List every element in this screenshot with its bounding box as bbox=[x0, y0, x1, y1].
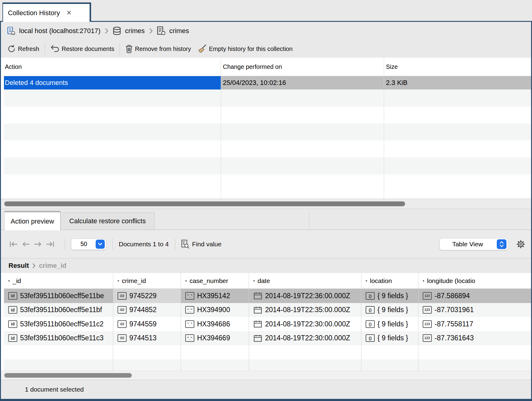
breadcrumb-database[interactable]: crimes bbox=[113, 26, 145, 35]
cell-crime-id[interactable]: i329744513 bbox=[113, 331, 181, 345]
tabbar-divider bbox=[309, 212, 309, 230]
cell-case-number[interactable]: "_"HX394686 bbox=[181, 317, 249, 331]
string-type-icon: "_" bbox=[185, 292, 194, 300]
field-bullet: • bbox=[253, 278, 255, 283]
view-mode-value: Table View bbox=[452, 241, 483, 248]
int32-type-icon: i32 bbox=[118, 292, 127, 300]
previous-page-button[interactable] bbox=[22, 241, 30, 248]
empty-history-button[interactable]: Empty history for this collection bbox=[198, 44, 293, 53]
cell-case-number[interactable]: "_"HX394900 bbox=[181, 303, 249, 317]
chevron-down-icon bbox=[96, 240, 105, 249]
find-value-icon bbox=[181, 240, 189, 249]
restore-documents-button[interactable]: Restore documents bbox=[50, 45, 114, 53]
breadcrumb-host[interactable]: local host (localhost:27017) bbox=[7, 27, 101, 35]
remove-from-history-button[interactable]: Remove from history bbox=[125, 45, 191, 53]
cell-id[interactable]: id53fef39511b060ecff5e11be bbox=[4, 289, 113, 303]
column-header-date[interactable]: •date bbox=[249, 273, 361, 289]
string-type-icon: "_" bbox=[185, 334, 194, 342]
cell-location[interactable]: {}{ 9 fields } bbox=[361, 331, 418, 345]
cell-location[interactable]: {}{ 9 fields } bbox=[361, 303, 418, 317]
tab-calculate-restore-conflicts[interactable]: Calculate restore conflicts bbox=[60, 212, 155, 230]
date-type-icon bbox=[253, 306, 262, 314]
cell-date[interactable]: 2014-08-19T22:35:00.000Z bbox=[249, 303, 361, 317]
cell-location[interactable]: {}{ 9 fields } bbox=[361, 289, 418, 303]
number-type-icon: 123 bbox=[423, 292, 432, 300]
breadcrumb-database-label: crimes bbox=[125, 27, 145, 35]
pagination-bar: 50 Documents 1 to 4 Find value Table Vie… bbox=[1, 230, 531, 258]
history-row-size[interactable]: 2.3 KiB bbox=[384, 76, 531, 89]
column-header-case-number[interactable]: •case_number bbox=[181, 273, 249, 289]
column-header-change-performed-on[interactable]: Change performed on bbox=[221, 58, 384, 76]
cell-longitude[interactable]: 123-87.7361643 bbox=[418, 331, 531, 345]
refresh-icon bbox=[7, 45, 16, 53]
cell-crime-id[interactable]: i329745229 bbox=[113, 289, 181, 303]
last-page-button[interactable] bbox=[46, 241, 55, 248]
page-size-value: 50 bbox=[80, 241, 87, 248]
cell-date[interactable]: 2014-08-19T22:36:00.000Z bbox=[249, 289, 361, 303]
cell-longitude[interactable]: 123-87.7031961 bbox=[418, 303, 531, 317]
cell-id[interactable]: id53fef39511b060ecff5e11bf bbox=[4, 303, 113, 317]
breadcrumb-collection[interactable]: crimes bbox=[157, 26, 189, 35]
empty-row bbox=[4, 140, 221, 157]
next-page-button[interactable] bbox=[34, 241, 42, 248]
history-hscrollbar bbox=[1, 199, 531, 209]
chevron-right-icon bbox=[105, 28, 108, 34]
column-header-location[interactable]: •location bbox=[361, 273, 418, 289]
empty-row bbox=[4, 345, 113, 359]
first-page-button[interactable] bbox=[9, 241, 18, 248]
object-type-icon: {} bbox=[366, 292, 375, 300]
cell-crime-id[interactable]: i329744852 bbox=[113, 303, 181, 317]
status-bar: 1 document selected bbox=[1, 380, 531, 399]
history-row-action[interactable]: Deleted 4 documents bbox=[4, 76, 221, 89]
cell-location[interactable]: {}{ 9 fields } bbox=[361, 317, 418, 331]
empty-history-label: Empty history for this collection bbox=[209, 45, 293, 52]
cell-date[interactable]: 2014-08-19T22:30:00.000Z bbox=[249, 317, 361, 331]
remove-label: Remove from history bbox=[135, 45, 191, 52]
cell-case-number[interactable]: "_"HX395142 bbox=[181, 289, 249, 303]
result-hscrollbar bbox=[1, 371, 531, 380]
cell-longitude[interactable]: 123-87.586894 bbox=[418, 289, 531, 303]
history-row-changed[interactable]: 25/04/2023, 10:02:16 bbox=[221, 76, 384, 89]
column-header-id[interactable]: •_id bbox=[4, 273, 113, 289]
tab-action-preview[interactable]: Action preview bbox=[4, 211, 60, 230]
cell-date[interactable]: 2014-08-19T22:30:00.000Z bbox=[249, 331, 361, 345]
column-header-size[interactable]: Size bbox=[384, 58, 531, 76]
string-type-icon: "_" bbox=[185, 320, 194, 328]
cell-case-number[interactable]: "_"HX394669 bbox=[181, 331, 249, 345]
field-bullet: • bbox=[423, 278, 424, 283]
documents-range-label: Documents 1 to 4 bbox=[119, 241, 169, 248]
date-type-icon bbox=[253, 320, 262, 328]
cell-longitude[interactable]: 123-87.7558117 bbox=[418, 317, 531, 331]
cell-id[interactable]: id53fef39511b060ecff5e11c2 bbox=[4, 317, 113, 331]
field-bullet: • bbox=[118, 278, 119, 283]
history-hscrollbar-thumb[interactable] bbox=[4, 201, 405, 206]
pagination-separator bbox=[112, 238, 113, 250]
close-icon[interactable]: × bbox=[66, 9, 71, 17]
cell-id[interactable]: id53fef39511b060ecff5e11c3 bbox=[4, 331, 113, 345]
chevron-right-icon bbox=[149, 28, 153, 34]
view-mode-select[interactable]: Table View bbox=[439, 238, 508, 250]
result-hscrollbar-thumb[interactable] bbox=[4, 373, 132, 378]
result-root-label: Result bbox=[9, 262, 29, 270]
objectid-type-icon: id bbox=[8, 334, 17, 342]
preview-tabbar: Action preview Calculate restore conflic… bbox=[1, 209, 531, 230]
field-bullet: • bbox=[185, 278, 187, 283]
result-field-label: crime_id bbox=[39, 262, 66, 270]
page-size-select[interactable]: 50 bbox=[71, 238, 106, 250]
cell-crime-id[interactable]: i329744559 bbox=[113, 317, 181, 331]
chevron-right-icon bbox=[32, 263, 36, 268]
objectid-type-icon: id bbox=[8, 320, 17, 328]
broom-icon bbox=[198, 44, 207, 53]
column-header-action[interactable]: Action bbox=[4, 58, 221, 76]
date-type-icon bbox=[253, 292, 262, 300]
objectid-type-icon: id bbox=[8, 292, 17, 300]
column-header-crime-id[interactable]: •crime_id bbox=[113, 273, 181, 289]
trash-icon bbox=[125, 45, 133, 53]
refresh-button[interactable]: Refresh bbox=[7, 45, 39, 53]
breadcrumb-collection-label: crimes bbox=[169, 27, 189, 35]
host-icon bbox=[7, 27, 15, 35]
column-header-longitude[interactable]: •longitude (locatio bbox=[418, 273, 531, 289]
settings-button[interactable] bbox=[516, 239, 526, 249]
find-value-button[interactable]: Find value bbox=[181, 240, 222, 249]
tab-collection-history[interactable]: Collection History × bbox=[2, 2, 91, 22]
